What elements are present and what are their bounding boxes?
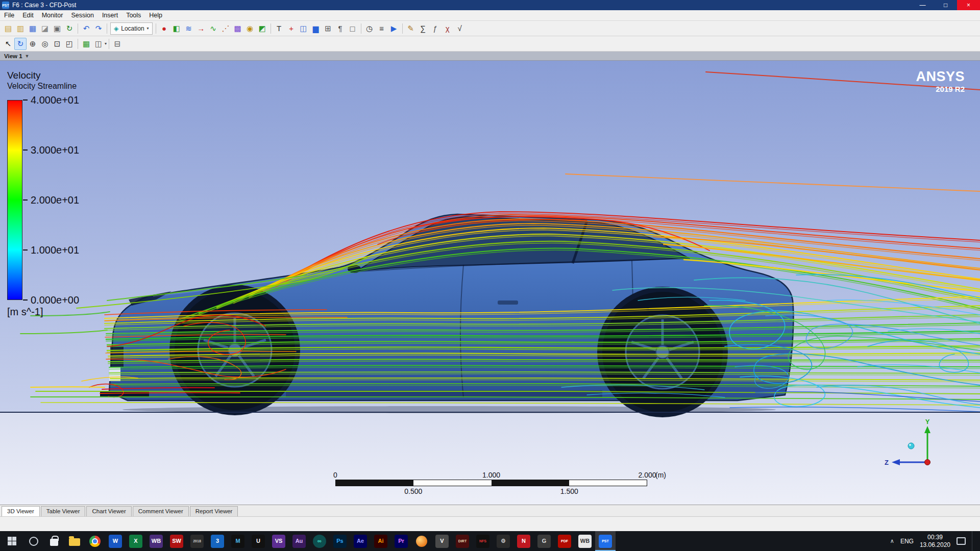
menu-insert[interactable]: Insert [98,11,122,20]
table-icon[interactable]: ⊞ [322,22,334,35]
taskbar-visual-studio[interactable]: VS [268,531,289,551]
start-button[interactable] [0,531,23,551]
comment-icon[interactable]: ¶ [334,22,347,35]
windows-logo-icon [8,537,16,545]
legend-icon[interactable]: ◫ [298,22,310,35]
menu-file[interactable]: File [0,11,18,20]
menu-monitor[interactable]: Monitor [38,11,67,20]
taskbar-premiere[interactable]: Pr [391,531,411,551]
taskbar-after-effects[interactable]: Ae [350,531,371,551]
viewer-keys-icon[interactable]: ⊟ [111,38,124,50]
taskbar-2018[interactable]: 2018 [187,531,207,551]
menu-edit[interactable]: Edit [18,11,38,20]
macro-calculator-icon[interactable]: ƒ [429,22,442,35]
report-icon[interactable]: ▣ [51,22,63,35]
tab-3d-viewer[interactable]: 3D Viewer [2,506,40,516]
taskbar-store[interactable] [44,531,64,551]
door-handle [498,300,518,305]
taskbar-infinity-app[interactable]: ∞ [309,531,330,551]
taskbar-wb2[interactable]: WB [575,531,595,551]
menu-help[interactable]: Help [145,11,166,20]
taskbar-search[interactable] [23,531,44,551]
3d-viewport[interactable]: Velocity Velocity Streamline 4.000e+013.… [0,61,980,505]
taskbar-file-explorer[interactable] [64,531,85,551]
taskbar-audition[interactable]: Au [289,531,309,551]
taskbar-unreal[interactable]: U [248,531,268,551]
taskbar-clock[interactable]: 00:39 13.06.2020 [920,534,950,548]
taskbar-dirt[interactable]: DiRT [452,531,473,551]
taskbar-solidworks[interactable]: SW [166,531,187,551]
location-dropdown[interactable]: ◈Location▾ [110,22,153,35]
taskbar-chrome[interactable] [85,531,105,551]
pan-icon[interactable]: ⊕ [27,38,39,50]
refresh-icon[interactable]: ↻ [63,22,76,35]
minimize-button[interactable]: — [911,0,934,10]
point-icon[interactable]: ● [158,22,170,35]
timestep-list-icon[interactable]: ≡ [376,22,388,35]
select-icon[interactable]: ↖ [2,38,14,50]
quick-editor-icon[interactable]: ✎ [405,22,417,35]
grid-box-icon[interactable]: ▦ [80,38,92,50]
menu-session[interactable]: Session [67,11,97,20]
save-project-icon[interactable]: ▦ [27,22,39,35]
language-indicator[interactable]: ENG [900,538,914,545]
taskbar-ghub-icon: G [537,535,551,548]
clip-plane-icon[interactable]: ◩ [256,22,268,35]
taskbar-acrobat[interactable]: PDF [554,531,575,551]
menu-tools[interactable]: Tools [122,11,145,20]
taskbar-excel[interactable]: X [126,531,146,551]
taskbar-3[interactable]: 3 [207,531,228,551]
open-file-icon[interactable]: ▥ [14,22,27,35]
streamline-icon[interactable]: ∿ [207,22,219,35]
taskbar-ghub[interactable]: G [534,531,554,551]
save-picture-icon[interactable]: ◪ [39,22,51,35]
contour-icon[interactable]: ≋ [183,22,195,35]
vector-icon[interactable]: → [195,22,207,35]
close-button[interactable]: × [957,0,980,10]
zoom-icon[interactable]: ◎ [39,38,51,50]
taskbar-word[interactable]: W [105,531,126,551]
animation-icon[interactable]: ▶ [388,22,400,35]
tab-report-viewer[interactable]: Report Viewer [190,506,238,516]
action-center-icon[interactable] [957,537,966,545]
load-results-icon[interactable]: ▤ [2,22,14,35]
maximize-button[interactable]: □ [934,0,957,10]
taskbar-workbench[interactable]: WB [146,531,166,551]
fit-view-icon[interactable]: ◰ [63,38,76,50]
figure-icon[interactable]: ◻ [347,22,359,35]
calculator-icon[interactable]: ∑ [417,22,429,35]
taskbar-v-app[interactable]: V [432,531,452,551]
zoom-box-icon[interactable]: ⊡ [51,38,63,50]
chart-icon[interactable]: ▆ [310,22,322,35]
taskbar-photoshop[interactable]: Ps [330,531,350,551]
text-icon[interactable]: T [273,22,285,35]
taskbar-m-app[interactable]: M [228,531,248,551]
taskbar-illustrator[interactable]: Ai [371,531,391,551]
isosurface-icon[interactable]: ◉ [244,22,256,35]
expressions-icon[interactable]: √ [454,22,466,35]
taskbar-cfd-post[interactable]: PST [595,531,616,551]
taskbar-nitro[interactable]: N [513,531,534,551]
viewport-layout-icon[interactable]: ◫ [92,38,105,50]
particle-track-icon[interactable]: ⋰ [219,22,232,35]
tab-chart-viewer[interactable]: Chart Viewer [86,506,131,516]
show-desktop-button[interactable] [972,531,975,551]
chrome-icon [89,536,101,547]
variables-icon[interactable]: χ [442,22,454,35]
taskbar-nfs[interactable]: NFS [473,531,493,551]
view-selector-bar[interactable]: View 1 ▼ [0,52,980,61]
rotate-icon[interactable]: ↻ [14,38,27,50]
timestep-icon[interactable]: ◷ [363,22,376,35]
plane-icon[interactable]: ◧ [170,22,183,35]
tab-table-viewer[interactable]: Table Viewer [41,506,86,516]
taskbar-firefox[interactable] [411,531,432,551]
hidden-icons-chevron[interactable]: ∧ [890,538,894,544]
volume-rendering-icon[interactable]: ▩ [232,22,244,35]
undo-icon[interactable]: ↶ [80,22,92,35]
taskbar-m-app-icon: M [231,535,244,548]
redo-icon[interactable]: ↷ [92,22,105,35]
coord-frame-icon[interactable]: + [285,22,298,35]
taskbar-gears[interactable]: ⚙ [493,531,513,551]
tab-comment-viewer[interactable]: Comment Viewer [133,506,189,516]
colorbar [7,100,22,300]
